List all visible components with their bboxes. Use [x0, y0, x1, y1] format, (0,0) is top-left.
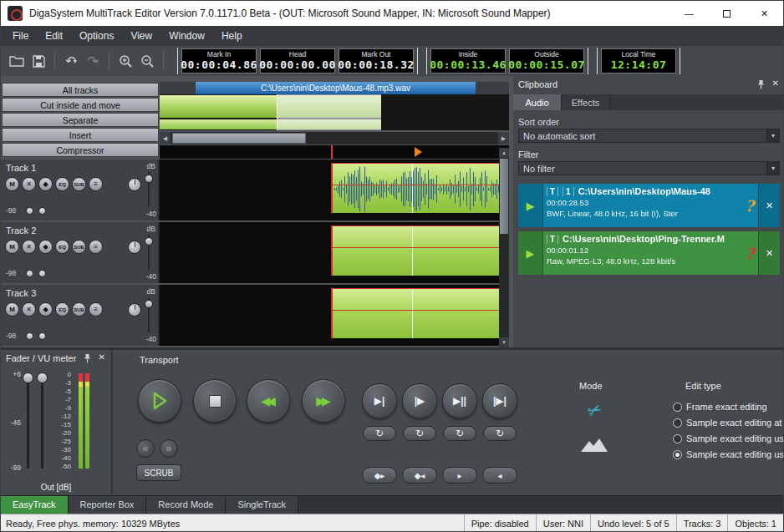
pan-knob[interactable]	[128, 303, 141, 317]
tab-singletrack[interactable]: SingleTrack	[226, 496, 298, 514]
radio-sample-exact-3[interactable]: Sample exact editing us	[673, 449, 784, 459]
track-menu-button[interactable]: ≡	[89, 240, 103, 254]
diamond-button[interactable]: ◆	[38, 240, 53, 254]
waveform-canvas[interactable]	[334, 166, 499, 212]
solo-x-button[interactable]: ✕	[22, 240, 36, 254]
undo-button[interactable]: ↶▾	[60, 50, 82, 72]
menu-options[interactable]: Options	[71, 26, 122, 46]
solo-x-button[interactable]: ✕	[22, 302, 36, 317]
track-fader-knob[interactable]	[145, 300, 153, 308]
playhead-marker[interactable]	[415, 147, 422, 157]
scroll-right-button[interactable]: ▶	[498, 132, 509, 144]
out-fader-knob[interactable]	[23, 372, 33, 383]
overview-selection[interactable]	[277, 94, 381, 130]
pin-icon[interactable]	[757, 79, 765, 91]
vertical-scrollbar[interactable]: ▲ ▼	[499, 148, 509, 347]
redo-button[interactable]: ↷▾	[82, 50, 104, 72]
horizontal-scrollbar[interactable]: ◀ ▶	[160, 132, 509, 144]
mark-in-cursor[interactable]	[331, 145, 333, 159]
pan-knob[interactable]	[128, 241, 141, 254]
menu-window[interactable]: Window	[160, 26, 213, 46]
envelope-mode-icon[interactable]	[581, 438, 608, 455]
compressor-button[interactable]: Compressor	[2, 143, 159, 157]
menu-file[interactable]: File	[4, 26, 37, 46]
track-menu-button[interactable]: ≡	[89, 177, 103, 191]
sub-button[interactable]: SUB	[72, 177, 86, 191]
mute-button[interactable]: M	[5, 302, 19, 317]
stop-button[interactable]	[193, 379, 237, 423]
vertical-scrollbar-thumb[interactable]	[500, 159, 508, 234]
maximize-button[interactable]	[708, 1, 746, 26]
minimize-button[interactable]: —	[670, 1, 708, 26]
loop-button[interactable]: ↻	[443, 426, 476, 441]
overview-waveform[interactable]	[160, 94, 509, 130]
timeline-ruler[interactable]	[160, 145, 509, 159]
insert-button[interactable]: Insert	[2, 128, 159, 142]
audio-clip[interactable]	[331, 225, 499, 276]
menu-edit[interactable]: Edit	[37, 26, 71, 46]
fast-forward-button[interactable]: ▶▶	[302, 379, 345, 423]
play-selection-button[interactable]: |▶|	[482, 383, 517, 418]
scroll-up-button[interactable]: ▲	[499, 148, 509, 158]
eq-button[interactable]: EQ	[55, 302, 69, 317]
track-fader-knob[interactable]	[145, 175, 153, 183]
solo-x-button[interactable]: ✕	[22, 177, 36, 191]
chevron-down-icon[interactable]: ▾	[766, 129, 779, 142]
diamond-button[interactable]: ◆	[38, 177, 53, 191]
entry-remove-button[interactable]: ✕	[758, 184, 780, 227]
audio-clip[interactable]	[331, 288, 499, 338]
filter-select[interactable]: No filter ▾	[518, 161, 780, 175]
save-button[interactable]	[28, 50, 49, 72]
chevron-down-icon[interactable]: ▾	[766, 162, 779, 175]
close-panel-icon[interactable]: ✕	[772, 79, 779, 88]
mute-button[interactable]: M	[5, 240, 19, 254]
track-fader-knob[interactable]	[145, 237, 153, 246]
radio-sample-exact-2[interactable]: Sample exact editing us	[673, 433, 784, 443]
out-fader-track[interactable]	[27, 375, 29, 469]
scroll-left-button[interactable]: ◀	[160, 132, 171, 144]
jump-to-markin-button[interactable]: ◆▸	[362, 467, 397, 484]
zoom-out-button[interactable]	[136, 50, 158, 72]
play-from-markin-button[interactable]: |▶	[402, 383, 437, 418]
track-lane[interactable]	[160, 160, 499, 220]
mute-button[interactable]: M	[5, 177, 19, 191]
track-lane[interactable]	[160, 285, 499, 346]
close-panel-icon[interactable]: ✕	[99, 352, 105, 362]
play-over-cut-button[interactable]: ▶||	[442, 383, 477, 418]
tab-audio[interactable]: Audio	[513, 94, 562, 110]
out-fader-knob[interactable]	[37, 372, 48, 383]
entry-play-button[interactable]: ▶	[518, 184, 543, 227]
nudge-left-button[interactable]: ◂	[482, 467, 517, 484]
play-to-markout-button[interactable]: ▶|	[362, 383, 397, 418]
horizontal-scrollbar-thumb[interactable]	[172, 133, 306, 144]
eq-button[interactable]: EQ	[55, 240, 69, 254]
diamond-button[interactable]: ◆	[38, 302, 53, 317]
all-tracks-button[interactable]: All tracks	[2, 83, 159, 97]
sub-button[interactable]: SUB	[72, 240, 86, 254]
scrub-button[interactable]: SCRUB	[136, 464, 181, 481]
zoom-in-button[interactable]	[115, 50, 136, 72]
play-button[interactable]	[138, 379, 181, 423]
radio-sample-exact-1[interactable]: Sample exact editing at	[673, 418, 784, 428]
audio-clip[interactable]	[331, 163, 499, 213]
rewind-button[interactable]: ◀◀	[247, 379, 290, 423]
sub-button[interactable]: SUB	[72, 302, 86, 317]
out-fader-track[interactable]	[41, 375, 43, 469]
radio-frame-exact[interactable]: Frame exact editing	[673, 402, 784, 412]
overview-file-bar[interactable]: C:\Users\nin\Desktop\Maus-48.mp3.wav	[160, 82, 509, 94]
clipboard-entry[interactable]: ▶ T 1 C:\Users\nin\Desktop\Maus-48 00:00…	[518, 184, 780, 227]
scroll-down-button[interactable]: ▼	[499, 337, 509, 347]
separate-button[interactable]: Separate	[2, 113, 159, 127]
loop-button[interactable]: ↻	[403, 426, 436, 441]
tab-reporter-box[interactable]: Reporter Box	[69, 496, 147, 514]
sort-order-select[interactable]: No automatic sort ▾	[518, 129, 780, 143]
track-menu-button[interactable]: ≡	[89, 302, 103, 317]
step-back-button[interactable]: «	[136, 439, 155, 458]
tab-effects[interactable]: Effects	[562, 94, 610, 110]
entry-play-button[interactable]: ▶	[518, 231, 543, 275]
scissors-mode-icon[interactable]: ✂	[584, 398, 605, 423]
nudge-right-button[interactable]: ▸	[442, 467, 477, 484]
close-button[interactable]: ✕	[746, 1, 783, 26]
open-folder-button[interactable]	[6, 50, 28, 72]
cut-inside-and-move-button[interactable]: Cut inside and move	[2, 98, 159, 112]
